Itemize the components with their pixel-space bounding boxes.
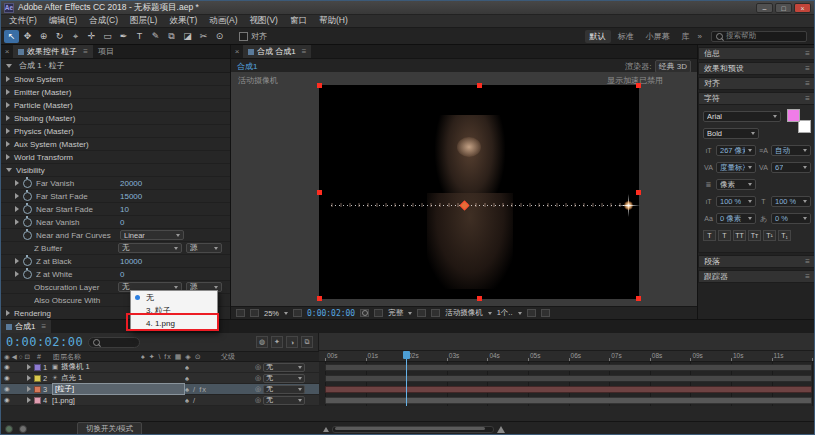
twirl-icon[interactable]: [6, 154, 10, 160]
twirl-icon[interactable]: [6, 310, 10, 316]
stopwatch-icon[interactable]: [23, 192, 32, 201]
font-family-select[interactable]: Arial: [703, 111, 781, 122]
pen-tool[interactable]: ✒: [116, 30, 131, 43]
dropdown-option[interactable]: 无: [131, 291, 217, 304]
selection-handle[interactable]: [477, 296, 482, 301]
type-style-button[interactable]: T¹: [763, 230, 776, 241]
horizontal-scale-select[interactable]: 100 %: [771, 196, 811, 207]
playhead[interactable]: [406, 351, 407, 406]
timeline-toggle-icon[interactable]: ⧉: [301, 336, 313, 348]
renderer-button[interactable]: 经典 3D: [655, 60, 691, 73]
shape-tool[interactable]: ▭: [100, 30, 115, 43]
font-size-select[interactable]: 267 像素: [716, 145, 756, 156]
fill-color-swatch[interactable]: [787, 109, 800, 122]
layer-twirl-icon[interactable]: [27, 397, 31, 403]
zoom-in-icon[interactable]: [497, 426, 505, 433]
param-value[interactable]: 0: [120, 218, 124, 227]
minimize-button[interactable]: –: [756, 3, 773, 13]
menu-view[interactable]: 视图(V): [244, 15, 284, 27]
panel-close-button[interactable]: ×: [1, 45, 13, 58]
panel-menu-icon[interactable]: ≡: [83, 47, 88, 56]
twirl-icon[interactable]: [15, 258, 19, 264]
panel-menu-icon[interactable]: ≡: [805, 64, 810, 73]
panel-character[interactable]: 字符 ≡: [698, 92, 815, 105]
selection-handle[interactable]: [317, 83, 322, 88]
panel-tracker[interactable]: 跟踪器 ≡: [698, 270, 815, 283]
scrollbar-thumb[interactable]: [335, 427, 485, 430]
magnification-select[interactable]: 25%: [264, 309, 288, 318]
zoom-out-icon[interactable]: [323, 427, 329, 432]
layer-duration-bar[interactable]: [325, 375, 812, 382]
type-tool[interactable]: T: [132, 30, 147, 43]
layer-twirl-icon[interactable]: [27, 375, 31, 381]
param-value[interactable]: 10: [120, 205, 129, 214]
twirl-icon[interactable]: [6, 89, 10, 95]
twirl-icon[interactable]: [6, 76, 10, 82]
region-of-interest-icon[interactable]: [417, 309, 426, 317]
tab-effect-controls[interactable]: 效果控件 粒子 ≡: [13, 45, 93, 58]
stopwatch-icon[interactable]: [23, 231, 32, 240]
twirl-down-icon[interactable]: [6, 64, 12, 68]
effect-row[interactable]: Particle (Master): [1, 99, 230, 112]
effect-row[interactable]: Physics (Master): [1, 125, 230, 138]
pan-behind-tool[interactable]: ✛: [84, 30, 99, 43]
tab-project[interactable]: 项目: [93, 45, 119, 58]
playhead-head-icon[interactable]: [403, 351, 410, 359]
twirl-icon[interactable]: [15, 219, 19, 225]
effect-row[interactable]: Z at White0: [1, 268, 230, 281]
layer-duration-bar[interactable]: [325, 397, 812, 404]
param-value[interactable]: 15000: [120, 192, 142, 201]
timeline-scrollbar[interactable]: [332, 426, 494, 433]
effect-row[interactable]: Z Buffer无源: [1, 242, 230, 255]
selection-handle[interactable]: [317, 190, 322, 195]
resolution-select[interactable]: 完整: [388, 308, 412, 318]
selection-handle[interactable]: [636, 296, 641, 301]
view-layout-select[interactable]: 1个..: [497, 308, 522, 318]
layer-name[interactable]: 摄像机 1: [61, 362, 185, 372]
layer-twirl-icon[interactable]: [27, 364, 31, 370]
orbit-camera-tool[interactable]: ↻: [52, 30, 67, 43]
dropdown-option[interactable]: 3. 粒子: [131, 304, 217, 317]
menu-window[interactable]: 窗口: [284, 15, 313, 27]
snap-toggle[interactable]: 对齐: [239, 31, 267, 42]
pickwhip-icon[interactable]: ◎: [255, 374, 261, 382]
effect-row[interactable]: Visibility: [1, 164, 230, 177]
selection-tool[interactable]: ↖: [4, 30, 19, 43]
channels-icon[interactable]: [374, 309, 383, 317]
mask-visibility-icon[interactable]: [250, 309, 259, 317]
effect-row[interactable]: Near Start Fade10: [1, 203, 230, 216]
panel-menu-icon[interactable]: ≡: [302, 47, 307, 56]
workspace-button[interactable]: 标准: [613, 30, 639, 43]
twirl-icon[interactable]: [6, 102, 10, 108]
fill-stroke-swatches[interactable]: [787, 109, 811, 133]
label-color-chip[interactable]: [34, 397, 41, 404]
layer-switches[interactable]: ♠ /: [185, 396, 255, 405]
puppet-pin-tool[interactable]: ⊙: [212, 30, 227, 43]
panel-effects-presets[interactable]: 效果和预设 ≡: [698, 62, 815, 75]
stopwatch-icon[interactable]: [23, 205, 32, 214]
maximize-button[interactable]: □: [775, 3, 792, 13]
selection-handle[interactable]: [477, 83, 482, 88]
type-style-button[interactable]: T₁: [778, 230, 791, 241]
parent-dropdown[interactable]: 无: [263, 363, 305, 372]
timeline-toggle-icon[interactable]: ◑: [286, 336, 298, 348]
transparency-grid-icon[interactable]: [431, 309, 440, 317]
parent-dropdown[interactable]: 无: [263, 385, 305, 394]
layer-switches[interactable]: ♠ / fx: [185, 385, 255, 394]
menu-file[interactable]: 文件(F): [3, 15, 43, 27]
panel-align[interactable]: 对齐 ≡: [698, 77, 815, 90]
panel-menu-icon[interactable]: ≡: [805, 257, 810, 266]
twirl-icon[interactable]: [15, 193, 19, 199]
param-dropdown[interactable]: 无: [118, 243, 182, 253]
snap-checkbox[interactable]: [239, 32, 248, 41]
stopwatch-icon[interactable]: [23, 257, 32, 266]
pixel-aspect-icon[interactable]: [527, 309, 536, 317]
stroke-width-select[interactable]: 像素: [716, 179, 756, 190]
close-button[interactable]: ×: [794, 3, 811, 13]
panel-menu-icon[interactable]: ≡: [41, 322, 46, 331]
hand-tool[interactable]: ✥: [20, 30, 35, 43]
panel-menu-icon[interactable]: ≡: [805, 49, 810, 58]
track-area[interactable]: [319, 362, 814, 406]
name-column-header[interactable]: 图层名称: [53, 352, 141, 362]
panel-menu-icon[interactable]: ≡: [805, 79, 810, 88]
